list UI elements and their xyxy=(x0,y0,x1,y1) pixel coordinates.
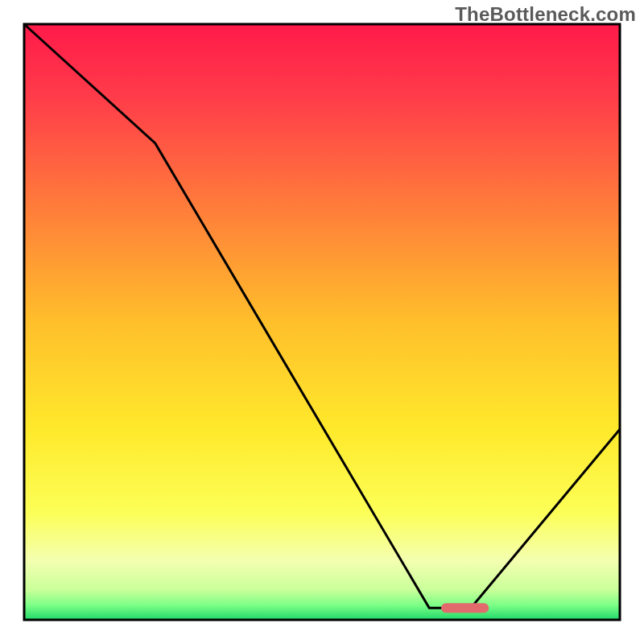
bottleneck-chart xyxy=(0,0,644,644)
chart-container: TheBottleneck.com xyxy=(0,0,644,644)
chart-background xyxy=(24,24,620,620)
watermark-text: TheBottleneck.com xyxy=(455,3,636,26)
optimal-marker xyxy=(441,603,489,613)
